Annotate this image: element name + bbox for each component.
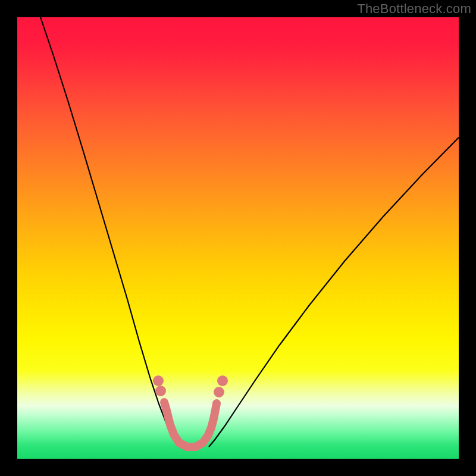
right-bead-1 bbox=[214, 387, 224, 397]
left-bead-2 bbox=[153, 375, 164, 386]
series-container bbox=[40, 17, 459, 447]
chart-frame: TheBottleneck.com bbox=[0, 0, 476, 476]
right-bead-2 bbox=[217, 375, 228, 386]
bottom-marker-loop bbox=[164, 402, 217, 447]
chart-svg bbox=[17, 17, 459, 459]
left-bead-1 bbox=[155, 386, 166, 396]
plot-area bbox=[17, 17, 459, 459]
watermark-text: TheBottleneck.com bbox=[357, 1, 471, 17]
right-curve bbox=[209, 137, 459, 447]
